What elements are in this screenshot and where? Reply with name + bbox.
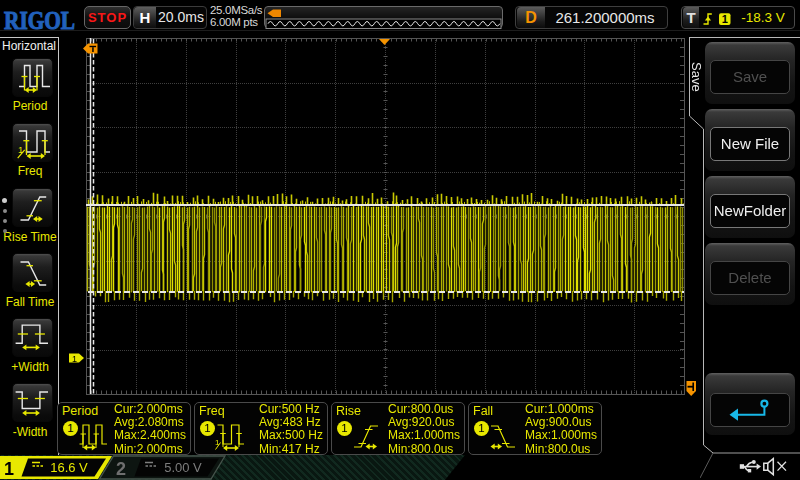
svg-text:1: 1 bbox=[4, 459, 14, 479]
svg-text:2: 2 bbox=[116, 459, 126, 479]
svg-text:5.00 V: 5.00 V bbox=[164, 460, 202, 475]
svg-text:1: 1 bbox=[215, 438, 220, 447]
svg-text:16.6 V: 16.6 V bbox=[50, 460, 88, 475]
